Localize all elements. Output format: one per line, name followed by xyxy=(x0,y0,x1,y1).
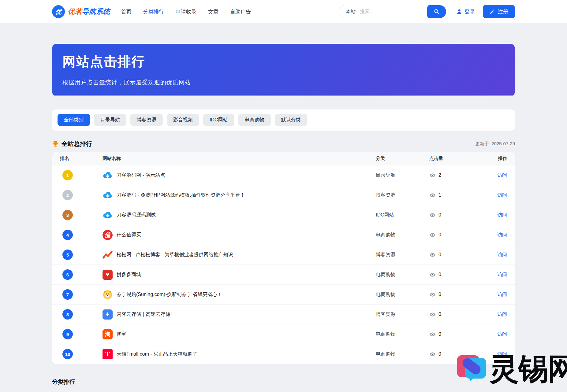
page-subtitle: 根据用户点击量统计，展示最受欢迎的优质网站 xyxy=(62,79,515,87)
category-tab-all[interactable]: 全部类别 xyxy=(58,114,90,126)
trophy-icon xyxy=(52,141,59,147)
click-count: 1 xyxy=(438,192,441,198)
register-label: 注册 xyxy=(498,8,508,15)
login-label: 登录 xyxy=(464,8,475,15)
visit-link[interactable]: 访问 xyxy=(497,192,507,198)
site-category: IDC网站 xyxy=(376,212,429,218)
rank-badge: 9 xyxy=(62,329,73,339)
eye-icon xyxy=(429,172,436,179)
visit-link[interactable]: 访问 xyxy=(497,292,507,297)
category-tab-default[interactable]: 默认分类 xyxy=(275,114,307,126)
site-name[interactable]: 什么值得买 xyxy=(117,232,141,238)
register-button[interactable]: 注册 xyxy=(483,5,515,18)
table-row: 5 松松网 - 卢松松博客 - 为草根创业者提供网络推广知识 博客资源 0 访问 xyxy=(52,245,515,264)
table-row: 6 ♥ 拼多多商城 电商购物 0 访问 xyxy=(52,264,515,284)
ranking-table: 排名 网站名称 分类 点击量 操作 1 刀客源码网 - 演示站点 目录导航 2 … xyxy=(52,152,515,364)
category-tab-video[interactable]: 影音视频 xyxy=(167,114,199,126)
visit-link[interactable]: 访问 xyxy=(497,272,507,277)
menu-item-home[interactable]: 首页 xyxy=(121,8,132,15)
search-button[interactable] xyxy=(427,5,446,18)
smzdm-icon: 值 xyxy=(103,230,113,240)
search-input[interactable] xyxy=(360,9,427,14)
site-name[interactable]: 刀客源码源码测试 xyxy=(117,212,156,218)
site-search: 本站 xyxy=(339,5,446,18)
eye-icon xyxy=(429,192,436,198)
visit-link[interactable]: 访问 xyxy=(497,252,507,257)
lightning-bolt-icon xyxy=(103,309,113,320)
col-header-action: 操作 xyxy=(498,156,507,161)
site-name[interactable]: 淘宝 xyxy=(117,331,126,338)
watermark-icon xyxy=(457,352,488,382)
eye-icon xyxy=(429,272,436,278)
rank-badge: 4 xyxy=(62,230,73,240)
visit-link[interactable]: 访问 xyxy=(497,312,507,317)
click-count: 0 xyxy=(438,252,441,257)
ranking-section-header: 全站总排行 更新于: 2025-07-29 xyxy=(52,140,515,148)
click-count: 0 xyxy=(438,351,441,357)
site-category: 电商购物 xyxy=(376,232,429,238)
site-category: 电商购物 xyxy=(376,272,429,278)
category-filter: 全部类别 目录导航 博客资源 影音视频 IDC网站 电商购物 默认分类 xyxy=(52,109,515,131)
table-header-row: 排名 网站名称 分类 点击量 操作 xyxy=(52,152,515,165)
watermark-text: 灵锡网 xyxy=(489,354,567,383)
rank-badge: 6 xyxy=(62,269,73,280)
cloud-download-icon xyxy=(103,210,113,220)
search-icon xyxy=(433,8,440,15)
click-count: 0 xyxy=(438,232,441,238)
brand-title: 优茗导航系统 xyxy=(68,7,110,16)
table-row: 10 T 天猫Tmall.com - 买正品上天猫就购了 电商购物 0 访问 xyxy=(52,344,515,364)
visit-link[interactable]: 访问 xyxy=(497,172,507,178)
site-name[interactable]: 刀客源码网 - 演示站点 xyxy=(117,172,165,179)
click-count: 0 xyxy=(438,312,441,317)
table-row: 8 闪客云存储｜高速云存储! 博客资源 0 访问 xyxy=(52,304,515,324)
rank-badge: 1 xyxy=(62,170,73,180)
click-count: 0 xyxy=(438,331,441,337)
site-name[interactable]: 苏宁易购(Suning.com)-换新到苏宁 省钱更省心！ xyxy=(117,291,222,298)
hero-banner: 网站点击排行 根据用户点击量统计，展示最受欢迎的优质网站 xyxy=(52,44,515,96)
tmall-icon: T xyxy=(103,349,113,359)
taobao-icon: 淘 xyxy=(103,329,113,339)
menu-item-category-ranking[interactable]: 分类排行 xyxy=(143,8,164,15)
rank-badge: 2 xyxy=(62,190,73,200)
suning-lion-icon xyxy=(103,290,113,300)
page-title: 网站点击排行 xyxy=(62,53,515,71)
site-name[interactable]: 天猫Tmall.com - 买正品上天猫就购了 xyxy=(117,351,197,357)
login-link[interactable]: 登录 xyxy=(456,8,475,15)
eye-icon xyxy=(429,351,436,357)
eye-icon xyxy=(429,331,436,338)
category-tab-directory[interactable]: 目录导航 xyxy=(94,114,126,126)
table-row: 2 刀客源码 - 免费PHP网站源码模板,插件软件资源分享平台！ 博客资源 1 … xyxy=(52,185,515,205)
table-row: 4 值 什么值得买 电商购物 0 访问 xyxy=(52,225,515,245)
menu-item-self-ads[interactable]: 自助广告 xyxy=(230,8,251,15)
updated-timestamp: 更新于: 2025-07-29 xyxy=(475,141,515,147)
site-name[interactable]: 松松网 - 卢松松博客 - 为草根创业者提供网络推广知识 xyxy=(117,252,233,258)
col-header-name: 网站名称 xyxy=(103,156,376,161)
visit-link[interactable]: 访问 xyxy=(497,331,507,337)
site-name[interactable]: 拼多多商城 xyxy=(117,272,141,278)
category-tab-blog[interactable]: 博客资源 xyxy=(130,114,163,126)
brand-logo[interactable]: 优 优茗导航系统 xyxy=(52,5,110,18)
col-header-rank: 排名 xyxy=(60,156,103,161)
col-header-clicks: 点击量 xyxy=(429,156,497,161)
search-scope-select[interactable]: 本站 xyxy=(339,9,360,15)
category-ranking-title: 分类排行 xyxy=(52,378,515,386)
site-category: 博客资源 xyxy=(376,252,429,258)
visit-link[interactable]: 访问 xyxy=(497,232,507,237)
site-category: 目录导航 xyxy=(376,172,429,179)
watermark-logo: 灵锡网 xyxy=(457,352,567,383)
category-tab-ecommerce[interactable]: 电商购物 xyxy=(238,114,271,126)
visit-link[interactable]: 访问 xyxy=(497,212,507,217)
site-name[interactable]: 闪客云存储｜高速云存储! xyxy=(117,311,172,318)
pdd-heart-icon: ♥ xyxy=(103,270,113,280)
ranking-title: 全站总排行 xyxy=(62,140,92,148)
menu-item-apply[interactable]: 申请收录 xyxy=(176,8,196,15)
table-row: 7 苏宁易购(Suning.com)-换新到苏宁 省钱更省心！ 电商购物 0 访… xyxy=(52,284,515,304)
site-category: 电商购物 xyxy=(376,331,429,338)
menu-item-articles[interactable]: 文章 xyxy=(208,8,218,15)
brand-title-orange: 优茗 xyxy=(68,8,82,15)
category-tab-idc[interactable]: IDC网站 xyxy=(203,114,234,126)
click-count: 2 xyxy=(438,172,441,178)
site-name[interactable]: 刀客源码 - 免费PHP网站源码模板,插件软件资源分享平台！ xyxy=(117,192,245,198)
eye-icon xyxy=(429,252,436,258)
click-count: 0 xyxy=(438,212,441,218)
